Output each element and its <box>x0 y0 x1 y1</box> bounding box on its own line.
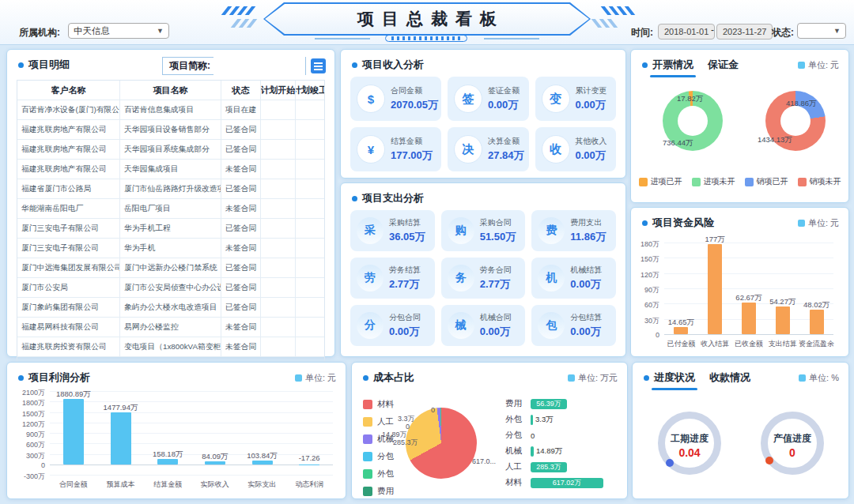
card-value: 0.00万 <box>480 325 512 339</box>
table-row[interactable]: 福建易网科技有限公司易网办公楼监控未签合同 <box>17 318 324 337</box>
panel-invoice: 开票情况 保证金 单位: 元 17.82万 736.44万 418.86万 14… <box>630 49 849 203</box>
table-row[interactable]: 华能湖南岳阳电厂岳阳电厂项目未签合同 <box>17 199 324 219</box>
card-label: 分包合同 <box>389 312 421 323</box>
table-row[interactable]: 福建兆联房地产有限公司天华园项目设备销售部分已签合同 <box>17 120 324 140</box>
project-search-box: 项目简称: <box>162 57 306 75</box>
card-value: 177.00万 <box>391 149 433 163</box>
stat-card[interactable]: 费 费用支出 11.86万 <box>531 210 616 251</box>
card-label: 签证金额 <box>488 85 520 96</box>
status-select[interactable]: ▼ <box>797 23 846 39</box>
machine-settle-icon: 机 <box>538 265 565 291</box>
card-label: 结算金额 <box>391 136 433 147</box>
table-row[interactable]: 福建兆联房地产有限公司天华园项目系统集成部分已签合同 <box>17 140 324 160</box>
panel-progress: 进度状况 收款情况 单位: % 工期进度 0.04 产值进度 0 <box>632 362 849 499</box>
org-select[interactable]: 中天信息 ▼ <box>68 23 169 39</box>
chevron-down-icon: ▼ <box>157 27 164 35</box>
card-label: 采购合同 <box>480 217 516 228</box>
card-value: 0.00万 <box>488 98 520 112</box>
bar <box>810 310 824 334</box>
tab-collection-status[interactable]: 收款情况 <box>709 370 750 385</box>
table-header: 客户名称 项目名称 状态 计划开始 计划竣工 <box>17 81 324 100</box>
stat-card[interactable]: 机 机械结算 0.00万 <box>531 258 616 299</box>
legend-item[interactable]: 外包 <box>363 468 394 480</box>
table-row[interactable]: 福建省厦门市公路局厦门市仙岳路路灯升级改造项目已签合同 <box>17 179 324 199</box>
cost-bars: 费用 56.39万 外包 3.3万 分包 0 机械 14.89万 <box>505 396 621 491</box>
table-row[interactable]: 厦门市公安局厦门市公安局侦查中心办公设...已签合同 <box>17 278 324 298</box>
legend-item[interactable]: 分包 <box>363 451 394 462</box>
table-row[interactable]: 厦门中远海集团发展有限公司厦门中远新办公楼门禁系统已签合同 <box>17 258 324 278</box>
panel-fund-risk: 项目资金风险 单位: 元 180万 150万 120万 90万 60万 30万 … <box>630 207 849 357</box>
table-row[interactable]: 福建兆联房地产有限公司天华园集成项目未签合同 <box>17 160 324 179</box>
status-label: 状态: <box>772 26 794 39</box>
table-row[interactable]: 厦门三安电子有限公司华为手机未签合同 <box>17 239 324 258</box>
bar <box>674 327 688 334</box>
card-value: 0.00万 <box>389 325 421 339</box>
legend-item[interactable]: 销项已开 <box>745 176 788 187</box>
card-label: 劳务合同 <box>480 265 512 276</box>
panel-expense: 项目支出分析 采 采购结算 36.05万 购 采购合同 51.50万 费 费用支… <box>340 182 626 357</box>
legend-item[interactable]: 费用 <box>363 486 394 497</box>
cost-bar-row: 外包 3.3万 <box>505 412 621 427</box>
stat-card[interactable]: ¥ 结算金额 177.00万 <box>350 127 441 171</box>
contract-amount-icon: $ <box>357 85 385 113</box>
tab-progress-status[interactable]: 进度状况 <box>654 370 695 385</box>
stat-card[interactable]: 分 分包合同 0.00万 <box>350 305 435 346</box>
stat-card[interactable]: 购 采购合同 51.50万 <box>441 210 526 251</box>
profit-chart: 2100万 1800万 1500万 1200万 900万 600万 300万 0… <box>7 363 346 498</box>
legend-item[interactable]: 进项已开 <box>639 176 682 187</box>
card-label: 合同金额 <box>391 85 438 96</box>
card-label: 累计变更 <box>576 85 607 96</box>
header: 所属机构: 中天信息 ▼ 项目总裁看板 时间: 2018-01-01 - 202… <box>0 0 854 45</box>
stat-card[interactable]: $ 合同金额 2070.05万 <box>350 77 441 121</box>
stat-card[interactable]: 械 机械合同 0.00万 <box>441 305 526 346</box>
search-input[interactable] <box>214 57 305 75</box>
stat-card[interactable]: 签 签证金额 0.00万 <box>448 77 529 121</box>
table-row[interactable]: 百诺肯净水设备(厦门)有限公司百诺肯信息集成项目项目在建 <box>17 100 324 120</box>
stat-card[interactable]: 包 分包结算 0.00万 <box>531 305 616 346</box>
table-row[interactable]: 福建兆联房投资有限公司变电项目（1x800kVA箱变柜）未签合同 <box>17 337 324 357</box>
income-cards: $ 合同金额 2070.05万 签 签证金额 0.00万 变 累计变更 0.00… <box>350 77 616 171</box>
card-value: 2.77万 <box>480 277 512 291</box>
tab-deposit[interactable]: 保证金 <box>708 58 739 72</box>
time-label: 时间: <box>631 26 653 39</box>
panel-title: 项目明细 <box>28 58 70 72</box>
subcontract-settle-icon: 包 <box>538 312 565 339</box>
card-value: 11.86万 <box>570 230 606 244</box>
stat-card[interactable]: 收 其他收入 0.00万 <box>535 127 617 171</box>
stat-card[interactable]: 决 决算金额 27.84万 <box>448 127 529 171</box>
bar <box>157 459 178 465</box>
card-label: 其他收入 <box>576 136 607 147</box>
table-row[interactable]: 厦门三安电子有限公司华为手机工程已签合同 <box>17 219 324 239</box>
purchase-contract-icon: 购 <box>448 217 474 244</box>
banner-dashes <box>385 35 467 42</box>
search-label: 项目简称: <box>169 59 210 73</box>
schedule-gauge-value: 0.04 <box>642 446 737 459</box>
date-from-input[interactable]: 2018-01-01 <box>658 24 715 39</box>
list-icon[interactable] <box>311 58 326 73</box>
chevron-down-icon: ▼ <box>833 27 841 35</box>
legend-item[interactable]: 材料 <box>363 399 394 410</box>
card-value: 27.84万 <box>488 149 524 163</box>
card-label: 分包结算 <box>570 312 602 323</box>
date-to-input[interactable]: 2023-11-27 <box>716 24 773 39</box>
panel-cost: 成本占比 单位: 万元 材料人工机械分包外包费用 0 3.3万 0 14.89万… <box>351 362 628 499</box>
invoice-legend: 进项已开进项未开销项已开销项未开 <box>631 176 848 187</box>
project-table-body: 百诺肯净水设备(厦门)有限公司百诺肯信息集成项目项目在建福建兆联房地产有限公司天… <box>17 100 324 357</box>
card-label: 费用支出 <box>570 217 606 228</box>
stat-card[interactable]: 采 采购结算 36.05万 <box>350 210 435 251</box>
legend-item[interactable]: 销项未开 <box>798 176 841 187</box>
stat-card[interactable]: 劳 劳务结算 2.77万 <box>350 258 435 299</box>
legend-item[interactable]: 人工 <box>363 416 394 427</box>
cost-bar-row: 分包 0 <box>505 427 621 443</box>
legend-item[interactable]: 进项未开 <box>692 176 735 187</box>
machine-contract-icon: 械 <box>448 312 474 339</box>
table-row[interactable]: 厦门象屿集团有限公司象屿办公大楼水电改造项目已签合同 <box>17 298 324 318</box>
card-label: 机械合同 <box>480 312 512 323</box>
banner-decoration-left2 <box>234 19 254 28</box>
stat-card[interactable]: 务 劳务合同 2.77万 <box>441 258 526 299</box>
tab-invoice-status[interactable]: 开票情况 <box>652 58 693 72</box>
card-value: 2.77万 <box>389 277 421 291</box>
labor-settle-icon: 劳 <box>357 265 384 291</box>
stat-card[interactable]: 变 累计变更 0.00万 <box>535 77 617 121</box>
subcontract-contract-icon: 分 <box>357 312 384 339</box>
